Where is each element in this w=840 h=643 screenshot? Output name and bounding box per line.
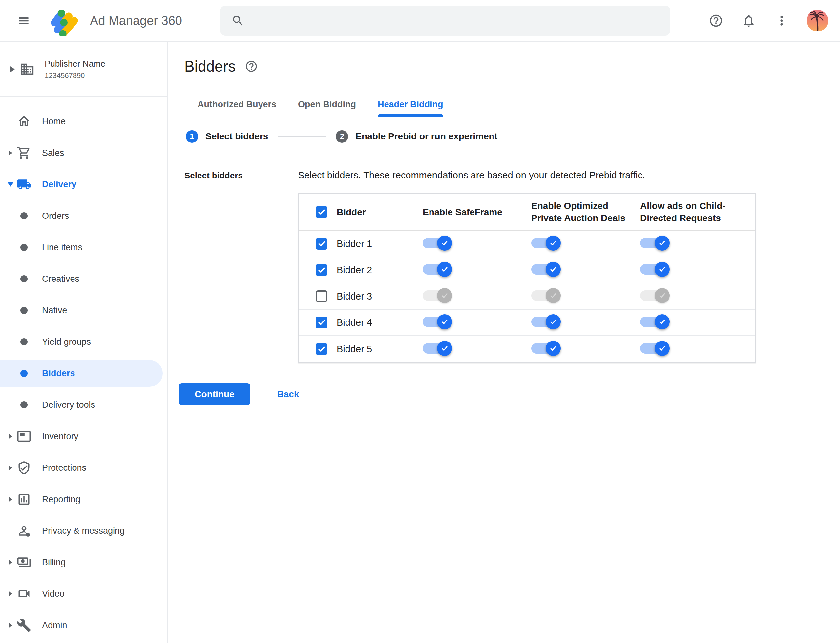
row-checkbox[interactable]	[315, 264, 327, 276]
optimized-deals-toggle[interactable]	[531, 261, 561, 277]
tab-bar: Authorized Buyers Open Bidding Header Bi…	[168, 92, 840, 118]
expand-arrow-icon	[6, 150, 15, 155]
row-checkbox[interactable]	[315, 238, 327, 250]
shopping-cart-icon	[16, 145, 31, 160]
sidebar-item-admin[interactable]: Admin	[0, 610, 167, 641]
expand-arrow-icon	[8, 66, 17, 72]
bidder-name: Bidder 1	[337, 238, 423, 249]
table-row: Bidder 3	[299, 284, 755, 310]
stepper: 1 Select bidders 2 Enable Prebid or run …	[168, 118, 840, 156]
user-avatar[interactable]	[807, 10, 828, 31]
sidebar-item-orders[interactable]: Orders	[0, 200, 167, 232]
page-help-icon[interactable]	[245, 60, 258, 73]
step-2-circle: 2	[336, 130, 348, 143]
sidebar-item-creatives[interactable]: Creatives	[0, 263, 167, 295]
sidebar-item-delivery-tools[interactable]: Delivery tools	[0, 389, 167, 421]
ad-manager-logo-icon	[49, 6, 82, 36]
column-header-bidder: Bidder	[337, 206, 423, 218]
sidebar-item-sales[interactable]: Sales	[0, 137, 167, 169]
app-title: Ad Manager 360	[90, 14, 182, 28]
column-header-optimized-deals: Enable Optimized Private Auction Deals	[531, 200, 640, 224]
bidder-name: Bidder 2	[337, 265, 423, 276]
description-text: Select bidders. These recommendations ar…	[298, 169, 756, 181]
bidder-name: Bidder 4	[337, 317, 423, 328]
sidebar-item-billing[interactable]: Billing	[0, 547, 167, 578]
building-icon	[19, 62, 36, 77]
more-vert-icon[interactable]	[774, 13, 789, 29]
continue-button[interactable]: Continue	[179, 383, 250, 405]
child-directed-toggle[interactable]	[640, 288, 670, 304]
expand-arrow-icon	[6, 560, 15, 565]
expand-arrow-icon	[6, 591, 15, 596]
column-header-child-directed: Allow ads on Child-Directed Requests	[640, 200, 755, 224]
safeframe-toggle[interactable]	[423, 261, 453, 277]
search-bar[interactable]	[220, 6, 670, 36]
row-checkbox[interactable]	[315, 290, 327, 302]
sidebar-item-inventory[interactable]: Inventory	[0, 421, 167, 452]
sidebar-item-privacy-messaging[interactable]: Privacy & messaging	[0, 515, 167, 547]
step-enable-prebid: 2 Enable Prebid or run experiment	[336, 130, 497, 143]
bar-chart-icon	[16, 492, 31, 507]
sidebar-item-line-items[interactable]: Line items	[0, 232, 167, 263]
child-directed-toggle[interactable]	[640, 261, 670, 277]
child-directed-toggle[interactable]	[640, 314, 670, 330]
optimized-deals-toggle[interactable]	[531, 235, 561, 251]
expand-arrow-icon	[6, 465, 15, 470]
tab-header-bidding[interactable]: Header Bidding	[378, 92, 443, 117]
bullet-icon	[16, 271, 31, 286]
step-connector	[278, 136, 326, 137]
top-app-bar: Ad Manager 360	[0, 0, 840, 42]
optimized-deals-toggle[interactable]	[531, 288, 561, 304]
notifications-bell-icon[interactable]	[741, 13, 757, 29]
back-link[interactable]: Back	[266, 389, 310, 400]
expand-arrow-icon	[6, 623, 15, 628]
column-header-safeframe: Enable SafeFrame	[423, 206, 531, 218]
menu-icon[interactable]	[15, 12, 32, 29]
inventory-icon	[16, 429, 31, 444]
sidebar-item-native[interactable]: Native	[0, 295, 167, 326]
bullet-icon	[16, 208, 31, 224]
page-title: Bidders	[185, 57, 235, 75]
step-select-bidders: 1 Select bidders	[186, 130, 268, 143]
optimized-deals-toggle[interactable]	[531, 314, 561, 330]
bullet-icon	[16, 366, 31, 381]
sidebar-item-bidders[interactable]: Bidders	[0, 357, 167, 389]
delivery-truck-icon	[16, 177, 31, 192]
optimized-deals-toggle[interactable]	[531, 341, 561, 356]
publisher-name: Publisher Name	[45, 59, 105, 69]
table-header-row: Bidder Enable SafeFrame Enable Optimized…	[299, 194, 755, 231]
bullet-icon	[16, 240, 31, 255]
search-input[interactable]	[252, 15, 659, 26]
safeframe-toggle[interactable]	[423, 314, 453, 330]
row-checkbox[interactable]	[315, 317, 327, 328]
child-directed-toggle[interactable]	[640, 341, 670, 356]
help-icon[interactable]	[708, 13, 724, 29]
bullet-icon	[16, 397, 31, 412]
sidebar-item-video[interactable]: Video	[0, 578, 167, 610]
safeframe-toggle[interactable]	[423, 288, 453, 304]
sidebar-item-delivery[interactable]: Delivery	[0, 169, 167, 200]
tab-open-bidding[interactable]: Open Bidding	[298, 92, 356, 117]
table-row: Bidder 5	[299, 336, 755, 362]
sidebar-item-home[interactable]: Home	[0, 106, 167, 137]
sidebar-item-protections[interactable]: Protections	[0, 452, 167, 483]
person-badge-icon	[16, 523, 31, 539]
sidebar-item-yield-groups[interactable]: Yield groups	[0, 326, 167, 357]
table-row: Bidder 4	[299, 310, 755, 336]
sidebar-item-reporting[interactable]: Reporting	[0, 483, 167, 515]
publisher-id: 1234567890	[45, 72, 105, 80]
bullet-icon	[16, 303, 31, 318]
safeframe-toggle[interactable]	[423, 341, 453, 356]
publisher-switcher[interactable]: Publisher Name 1234567890	[0, 42, 167, 97]
header-checkbox[interactable]	[315, 206, 327, 218]
tab-authorized-buyers[interactable]: Authorized Buyers	[198, 92, 276, 117]
sidebar-nav: Home Sales Delivery Orders	[0, 97, 167, 641]
bullet-icon	[16, 334, 31, 349]
safeframe-toggle[interactable]	[423, 235, 453, 251]
shield-check-icon	[16, 460, 31, 475]
child-directed-toggle[interactable]	[640, 235, 670, 251]
payments-icon	[16, 555, 31, 570]
row-checkbox[interactable]	[315, 343, 327, 355]
home-icon	[16, 114, 31, 129]
expand-arrow-icon	[6, 497, 15, 502]
